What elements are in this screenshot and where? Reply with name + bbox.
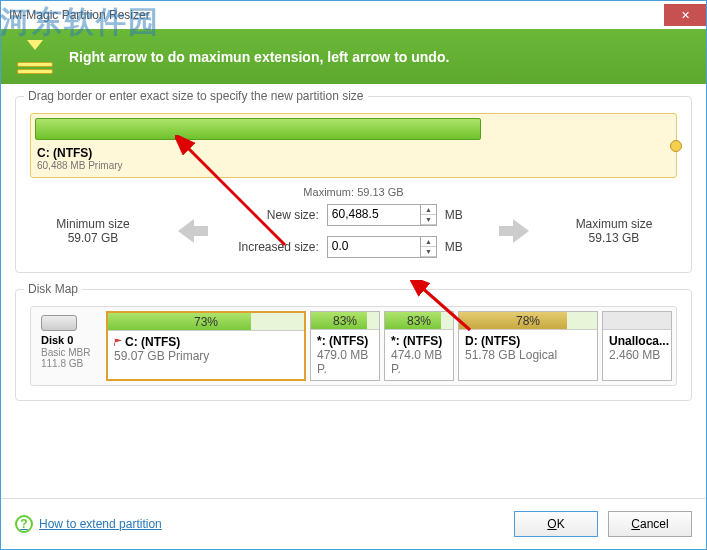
unit-label: MB: [445, 240, 469, 254]
disk-header: Disk 0 Basic MBR 111.8 GB: [35, 311, 102, 381]
window-title: IM-Magic Partition Resizer: [9, 8, 150, 22]
ok-button[interactable]: OK: [514, 511, 598, 537]
spin-down-icon[interactable]: ▼: [421, 215, 436, 225]
cancel-button[interactable]: Cancel: [608, 511, 692, 537]
banner-text: Right arrow to do maximun extension, lef…: [69, 49, 449, 65]
decrease-arrow-button[interactable]: [170, 214, 216, 248]
maximum-size-label: Maximum size: [559, 217, 669, 231]
help-link[interactable]: ? How to extend partition: [15, 515, 162, 533]
increase-arrow-button[interactable]: [491, 214, 537, 248]
maximum-label: Maximum: 59.13 GB: [30, 186, 677, 198]
spin-up-icon[interactable]: ▲: [421, 205, 436, 215]
new-size-input[interactable]: 60,488.5 ▲▼: [327, 204, 437, 226]
slider-handle[interactable]: [670, 140, 682, 152]
partition-name: C: (NTFS): [37, 146, 92, 160]
partition-sub: 60,488 MB Primary: [37, 160, 670, 171]
resize-icon: [15, 40, 55, 74]
partition-cell[interactable]: 78% D: (NTFS)51.78 GB Logical: [458, 311, 598, 381]
header-banner: Right arrow to do maximun extension, lef…: [1, 29, 706, 84]
unit-label: MB: [445, 208, 469, 222]
spin-down-icon[interactable]: ▼: [421, 247, 436, 257]
close-button[interactable]: ✕: [664, 4, 706, 26]
drag-group-label: Drag border or enter exact size to speci…: [24, 89, 368, 103]
increased-size-label: Increased size:: [238, 240, 319, 254]
disk-icon: [41, 315, 77, 331]
disk-map-label: Disk Map: [24, 282, 82, 296]
minimum-size-label: Minimum size: [38, 217, 148, 231]
partition-cell[interactable]: 73% C: (NTFS)59.07 GB Primary: [106, 311, 306, 381]
boot-flag-icon: [114, 338, 122, 346]
partition-cell[interactable]: 83% *: (NTFS)479.0 MB P.: [310, 311, 380, 381]
minimum-size-value: 59.07 GB: [38, 231, 148, 245]
help-icon: ?: [15, 515, 33, 533]
partition-slider[interactable]: C: (NTFS) 60,488 MB Primary: [30, 113, 677, 178]
increased-size-input[interactable]: 0.0 ▲▼: [327, 236, 437, 258]
partition-cell[interactable]: 83% *: (NTFS)474.0 MB P.: [384, 311, 454, 381]
spin-up-icon[interactable]: ▲: [421, 237, 436, 247]
new-size-label: New size:: [267, 208, 319, 222]
maximum-size-value: 59.13 GB: [559, 231, 669, 245]
unallocated-partition[interactable]: Unalloca... 2.460 MB: [602, 311, 672, 381]
